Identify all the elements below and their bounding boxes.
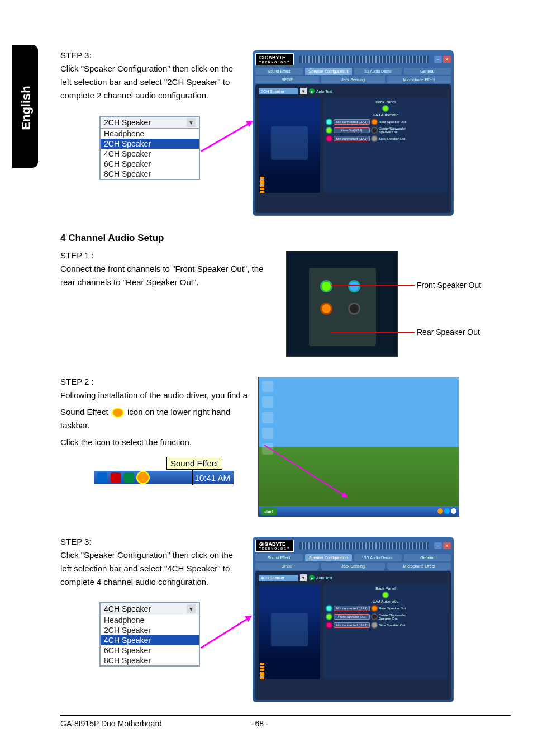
chevron-down-icon[interactable]: ▼ bbox=[187, 118, 196, 127]
minimize-icon[interactable]: − bbox=[434, 542, 442, 549]
tab-jack-sensing[interactable]: Jack Sensing bbox=[321, 563, 385, 570]
speaker-dropdown-selected-text: 2CH Speaker bbox=[104, 118, 151, 127]
speaker-option-4ch[interactable]: 4CH Speaker bbox=[101, 149, 199, 159]
jack-lime-icon bbox=[326, 127, 332, 134]
step3-bottom-body: Click "Speaker Configuration" then click… bbox=[60, 549, 245, 589]
tab-speaker-config[interactable]: Speaker Configuration bbox=[305, 68, 353, 75]
jack-side-icon bbox=[348, 303, 360, 315]
speaker-dropdown-4ch[interactable]: 4CH Speaker ▼ Headphone 2CH Speaker 4CH … bbox=[99, 602, 200, 667]
tray-icon bbox=[437, 508, 443, 514]
jack-output-name: Rear Speaker Out bbox=[379, 607, 407, 610]
tray-icon bbox=[97, 472, 107, 483]
speaker-room-diagram bbox=[259, 98, 320, 193]
step1-body: Connect the front channels to "Front Spe… bbox=[60, 262, 267, 289]
chevron-down-icon[interactable]: ▼ bbox=[300, 88, 307, 94]
speaker-option-2ch[interactable]: 2CH Speaker bbox=[101, 625, 199, 635]
jack-black-icon bbox=[371, 613, 378, 620]
language-side-tab: English bbox=[12, 45, 38, 168]
speaker-option-6ch[interactable]: 6CH Speaker bbox=[101, 159, 199, 169]
desktop-icon bbox=[262, 381, 273, 392]
windows-taskbar: start bbox=[259, 506, 459, 516]
tab-jack-sensing[interactable]: Jack Sensing bbox=[321, 76, 385, 83]
close-icon[interactable]: × bbox=[443, 542, 451, 549]
jack-pink-icon bbox=[326, 622, 332, 629]
jack-front-speaker-icon bbox=[320, 280, 332, 292]
gigabyte-logo: GIGABYTE TECHNOLOGY bbox=[255, 540, 294, 552]
speaker-option-8ch[interactable]: 8CH Speaker bbox=[101, 655, 199, 665]
tab-3d-audio[interactable]: 3D Audio Demo bbox=[354, 68, 402, 75]
callout-line-rear bbox=[331, 332, 415, 333]
auto-test-label: Auto Test bbox=[316, 89, 332, 93]
auto-test-button[interactable]: ▶ Auto Test bbox=[309, 88, 332, 94]
tab-sound-effect[interactable]: Sound Effect bbox=[255, 554, 303, 561]
speaker-option-headphone[interactable]: Headphone bbox=[101, 129, 199, 139]
speaker-dropdown-selected[interactable]: 4CH Speaker ▼ bbox=[101, 603, 199, 615]
tooltip-pointer bbox=[192, 469, 193, 485]
jack-pink-icon bbox=[326, 135, 332, 142]
callout-rear-speaker: Rear Speaker Out bbox=[417, 328, 480, 337]
close-icon[interactable]: × bbox=[443, 56, 451, 63]
tab-sound-effect[interactable]: Sound Effect bbox=[255, 68, 303, 75]
auto-test-button[interactable]: ▶ Auto Test bbox=[309, 575, 332, 580]
panel-speaker-select[interactable]: 4CH Speaker bbox=[259, 575, 298, 581]
uaj-automatic-label: UAJ Automatic bbox=[326, 599, 445, 603]
step2-body-line1: Following installation of the audio driv… bbox=[60, 389, 250, 402]
uaj-automatic-label: UAJ Automatic bbox=[326, 113, 445, 117]
step3-bottom-label: STEP 3: bbox=[60, 537, 245, 546]
tab-3d-audio[interactable]: 3D Audio Demo bbox=[354, 554, 402, 561]
back-panel-title: Back Panel bbox=[326, 587, 445, 590]
jack-status: Not connected (UAJ) bbox=[334, 622, 370, 628]
equalizer-icon bbox=[260, 177, 264, 193]
sound-effect-callout: Sound Effect 10:41 AM bbox=[94, 457, 234, 484]
auto-test-label: Auto Test bbox=[316, 576, 332, 580]
tab-speaker-config[interactable]: Speaker Configuration bbox=[305, 554, 353, 561]
tab-spdif[interactable]: SPDIF bbox=[255, 563, 319, 570]
speaker-option-2ch[interactable]: 2CH Speaker bbox=[101, 139, 199, 149]
tray-clock: 10:41 AM bbox=[195, 473, 230, 483]
back-panel-diagram: Back Panel UAJ Automatic Not connected (… bbox=[323, 98, 448, 193]
jack-status: Not connected (UAJ) bbox=[334, 606, 370, 611]
desktop-icon bbox=[262, 396, 273, 408]
sound-effect-tooltip: Sound Effect bbox=[166, 457, 222, 470]
chevron-down-icon[interactable]: ▼ bbox=[187, 604, 196, 613]
step3-top-label: STEP 3: bbox=[60, 50, 245, 60]
chevron-down-icon[interactable]: ▼ bbox=[300, 574, 307, 581]
sound-effect-tray-icon[interactable] bbox=[137, 472, 149, 483]
tab-general[interactable]: General bbox=[404, 554, 451, 561]
speaker-option-4ch[interactable]: 4CH Speaker bbox=[101, 635, 199, 645]
step1-label: STEP 1 : bbox=[60, 251, 267, 260]
tab-general[interactable]: General bbox=[404, 68, 451, 75]
jack-cyan-icon bbox=[326, 119, 332, 125]
speaker-dropdown-selected-text: 4CH Speaker bbox=[104, 604, 151, 613]
minimize-icon[interactable]: − bbox=[434, 56, 442, 63]
speaker-option-6ch[interactable]: 6CH Speaker bbox=[101, 645, 199, 655]
speaker-option-8ch[interactable]: 8CH Speaker bbox=[101, 169, 199, 179]
speaker-option-headphone[interactable]: Headphone bbox=[101, 615, 199, 625]
page-footer: GA-8I915P Duo Motherboard - 68 - bbox=[60, 715, 511, 728]
jack-output-name: Side Speaker Out bbox=[379, 137, 407, 140]
titlebar-decoration bbox=[299, 56, 429, 63]
speaker-dropdown-2ch[interactable]: 2CH Speaker ▼ Headphone 2CH Speaker 4CH … bbox=[99, 116, 200, 180]
tab-spdif[interactable]: SPDIF bbox=[255, 76, 319, 83]
jack-rear-speaker-icon bbox=[320, 303, 332, 315]
audio-config-window: GIGABYTE TECHNOLOGY − × Sound Effect Spe… bbox=[253, 537, 454, 702]
logo-text: GIGABYTE bbox=[259, 541, 285, 547]
sound-effect-icon bbox=[112, 408, 124, 418]
speaker-dropdown-selected[interactable]: 2CH Speaker ▼ bbox=[101, 117, 199, 129]
gigabyte-logo: GIGABYTE TECHNOLOGY bbox=[255, 53, 294, 65]
callout-arrow bbox=[264, 445, 345, 496]
speaker-room-diagram bbox=[259, 584, 320, 679]
panel-speaker-select[interactable]: 2CH Speaker bbox=[259, 88, 298, 94]
audio-config-window: GIGABYTE TECHNOLOGY − × Sound Effect Spe… bbox=[253, 50, 454, 216]
jack-black-icon bbox=[371, 127, 378, 134]
start-button[interactable]: start bbox=[261, 508, 277, 515]
tab-microphone[interactable]: Microphone Effect bbox=[387, 563, 451, 570]
jack-status: Not connected (UAJ) bbox=[334, 119, 370, 125]
step2-body-line3: Click the icon to select the function. bbox=[60, 436, 250, 449]
footer-doc-title: GA-8I915P Duo Motherboard bbox=[60, 719, 162, 728]
step2-label: STEP 2 : bbox=[60, 377, 250, 386]
jack-lime-icon bbox=[382, 105, 389, 112]
play-icon: ▶ bbox=[309, 88, 315, 94]
callout-arrow bbox=[201, 617, 249, 649]
tab-microphone[interactable]: Microphone Effect bbox=[387, 76, 451, 83]
